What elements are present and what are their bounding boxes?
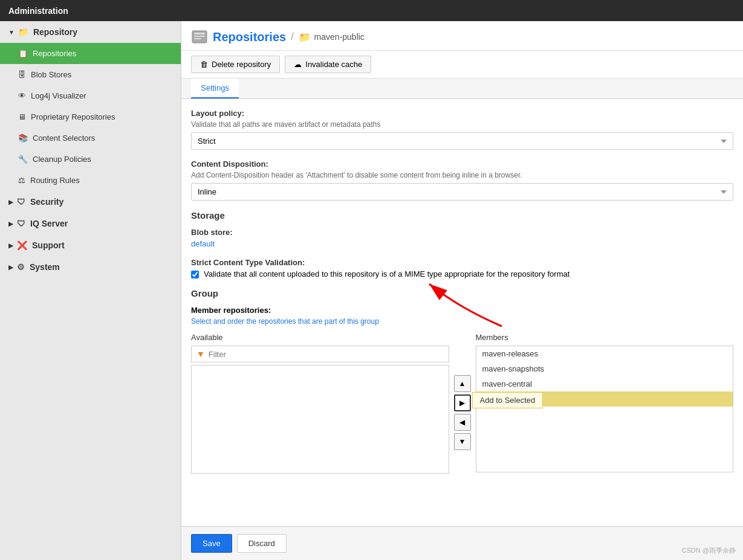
- blob-store-value[interactable]: default: [191, 239, 215, 248]
- member-yujing[interactable]: yujing: [476, 391, 733, 407]
- sidebar-item-log4j[interactable]: 👁 Log4j Visualizer: [0, 85, 181, 106]
- repositories-icon: 📋: [18, 49, 28, 58]
- sidebar-item-content-selectors[interactable]: 📚 Content Selectors: [0, 127, 181, 149]
- sidebar-item-routing-rules-label: Routing Rules: [30, 176, 80, 185]
- remove-from-selected-button[interactable]: ◀: [454, 414, 471, 431]
- blob-stores-icon: 🗄: [18, 70, 26, 79]
- iq-server-section-icon: 🛡: [17, 219, 25, 228]
- layout-policy-label: Layout policy:: [191, 109, 733, 118]
- content-area: Repositories / 📁 maven-public 🗑 Delete r…: [181, 21, 743, 560]
- sidebar-item-cleanup-policies[interactable]: 🔧 Cleanup Policies: [0, 149, 181, 170]
- member-repos-title: Member repositories:: [191, 306, 733, 315]
- strict-validation-checkbox[interactable]: [191, 271, 199, 278]
- sidebar-item-proprietary[interactable]: 🖥 Proprietary Repositories: [0, 106, 181, 127]
- layout-policy-select[interactable]: Strict Permissive: [191, 132, 733, 150]
- sidebar-item-blob-stores[interactable]: 🗄 Blob Stores: [0, 64, 181, 85]
- move-down-button[interactable]: ▼: [454, 433, 471, 450]
- system-section-icon: ⚙: [17, 262, 25, 272]
- sidebar-item-cleanup-policies-label: Cleanup Policies: [33, 155, 91, 164]
- content-disposition-hint: Add Content-Disposition header as 'Attac…: [191, 171, 733, 179]
- sidebar-section-iq-server[interactable]: ▶ 🛡 IQ Server: [0, 213, 181, 234]
- support-section-icon: ❌: [17, 240, 27, 250]
- sidebar-section-security[interactable]: ▶ 🛡 Security: [0, 191, 181, 213]
- sidebar-item-repositories[interactable]: 📋 Repositories: [0, 43, 181, 64]
- sidebar-item-proprietary-label: Proprietary Repositories: [31, 112, 115, 121]
- delete-repository-button[interactable]: 🗑 Delete repository: [191, 56, 280, 73]
- security-section-icon: 🛡: [17, 197, 25, 207]
- invalidate-icon: ☁: [294, 60, 302, 69]
- member-maven-snapshots[interactable]: maven-snapshots: [476, 361, 733, 376]
- sidebar-item-blob-stores-label: Blob Stores: [31, 70, 71, 79]
- strict-validation-label: Strict Content Type Validation:: [191, 258, 733, 267]
- strict-validation-row: Validate that all content uploaded to th…: [191, 269, 733, 278]
- iq-server-arrow-icon: ▶: [8, 220, 13, 227]
- svg-rect-2: [194, 36, 205, 37]
- sidebar-item-log4j-label: Log4j Visualizer: [31, 91, 86, 100]
- admin-bar: Administration: [0, 0, 743, 21]
- page-title: Repositories: [213, 30, 286, 44]
- member-repos-hint: Select and order the repositories that a…: [191, 317, 733, 326]
- available-list: [191, 365, 449, 474]
- strict-validation-checkbox-label: Validate that all content uploaded to th…: [204, 269, 569, 278]
- repositories-page-icon: [191, 28, 208, 45]
- transfer-buttons: ▲ ▶ ◀ ▼ Add to Selected: [449, 375, 476, 450]
- sidebar-section-repository[interactable]: ▼ 📁 Repository: [0, 21, 181, 43]
- delete-button-label: Delete repository: [212, 60, 271, 69]
- breadcrumb-folder-icon: 📁: [299, 31, 311, 43]
- security-arrow-icon: ▶: [8, 199, 13, 205]
- sidebar-item-routing-rules[interactable]: ⚖ Routing Rules: [0, 170, 181, 191]
- blob-store-label: Blob store:: [191, 228, 733, 237]
- add-to-selected-button[interactable]: ▶: [454, 394, 471, 411]
- support-arrow-icon: ▶: [8, 242, 13, 249]
- content-disposition-select[interactable]: Inline Attachment: [191, 183, 733, 201]
- invalidate-button-label: Invalidate cache: [305, 60, 362, 69]
- save-button[interactable]: Save: [191, 534, 232, 553]
- discard-label: Discard: [248, 539, 275, 548]
- discard-button[interactable]: Discard: [237, 534, 287, 553]
- member-maven-releases[interactable]: maven-releases: [476, 346, 733, 361]
- breadcrumb-item: 📁 maven-public: [299, 31, 365, 43]
- group-section-title: Group: [191, 288, 733, 298]
- sidebar-section-support-label: Support: [32, 240, 65, 250]
- proprietary-icon: 🖥: [18, 112, 26, 121]
- sidebar: ▼ 📁 Repository 📋 Repositories 🗄 Blob Sto…: [0, 21, 181, 560]
- sidebar-section-support[interactable]: ▶ ❌ Support: [0, 234, 181, 256]
- blob-store-group: Blob store: default: [191, 228, 733, 248]
- sidebar-item-content-selectors-label: Content Selectors: [33, 134, 95, 143]
- log4j-icon: 👁: [18, 91, 26, 100]
- repository-arrow-icon: ▼: [8, 29, 15, 36]
- svg-rect-1: [194, 33, 205, 34]
- cleanup-policies-icon: 🔧: [18, 155, 28, 164]
- content-disposition-group: Content Disposition: Add Content-Disposi…: [191, 159, 733, 201]
- bottom-bar: Save Discard: [181, 526, 743, 560]
- members-list: maven-releases maven-snapshots maven-cen…: [476, 346, 734, 472]
- members-label: Members: [476, 333, 734, 342]
- sidebar-item-repositories-label: Repositories: [33, 49, 76, 58]
- svg-rect-3: [194, 38, 201, 39]
- tab-settings[interactable]: Settings: [191, 79, 239, 98]
- storage-section-title: Storage: [191, 210, 733, 220]
- filter-input[interactable]: [209, 350, 444, 359]
- sidebar-section-repository-label: Repository: [33, 27, 77, 37]
- delete-icon: 🗑: [200, 60, 208, 69]
- save-label: Save: [203, 539, 221, 548]
- available-label: Available: [191, 333, 449, 342]
- action-bar: 🗑 Delete repository ☁ Invalidate cache: [181, 51, 743, 79]
- breadcrumb-sep: /: [291, 31, 293, 42]
- move-up-button[interactable]: ▲: [454, 375, 471, 392]
- tab-bar: Settings: [181, 79, 743, 99]
- page-header: Repositories / 📁 maven-public: [181, 21, 743, 51]
- watermark: CSDN @雨季余静: [682, 546, 736, 555]
- repos-available: Available ▼: [191, 333, 449, 474]
- filter-box: ▼: [191, 346, 449, 362]
- invalidate-cache-button[interactable]: ☁ Invalidate cache: [285, 56, 371, 73]
- form-content: Layout policy: Validate that all paths a…: [181, 99, 743, 526]
- filter-icon: ▼: [196, 349, 205, 359]
- layout-policy-group: Layout policy: Validate that all paths a…: [191, 109, 733, 150]
- content-selectors-icon: 📚: [18, 134, 28, 143]
- member-maven-central[interactable]: maven-central: [476, 376, 733, 391]
- content-disposition-label: Content Disposition:: [191, 159, 733, 169]
- sidebar-section-system[interactable]: ▶ ⚙ System: [0, 256, 181, 278]
- member-repos-section: Member repositories: Select and order th…: [191, 306, 733, 474]
- repos-transfer-wrapper: Available ▼ ▲ ▶ ◀ ▼: [191, 333, 733, 474]
